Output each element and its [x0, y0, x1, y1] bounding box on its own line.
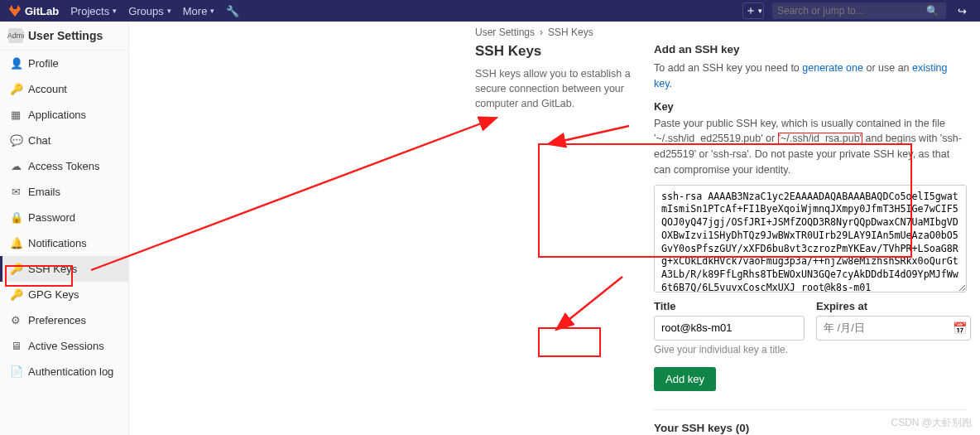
- title-label: Title: [654, 300, 805, 312]
- brand-text: GitLab: [25, 5, 59, 17]
- sidebar-item-emails[interactable]: ✉Emails: [0, 179, 128, 205]
- new-plus-button[interactable]: ＋▾: [742, 2, 764, 19]
- sidebar-item-gpg-keys[interactable]: 🔑GPG Keys: [0, 282, 128, 307]
- breadcrumb: User Settings › SSH Keys: [475, 22, 980, 43]
- breadcrumb-current: SSH Keys: [548, 27, 593, 38]
- sidebar-icon: 🔔: [10, 237, 22, 249]
- sidebar-item-active-sessions[interactable]: 🖥Active Sessions: [0, 333, 128, 359]
- sidebar-item-preferences[interactable]: ⚙Preferences: [0, 307, 128, 333]
- sidebar-item-password[interactable]: 🔒Password: [0, 205, 128, 230]
- key-help: Paste your public SSH key, which is usua…: [654, 116, 967, 178]
- sidebar-item-label: Active Sessions: [28, 340, 104, 352]
- admin-wrench-icon[interactable]: 🔧: [226, 5, 239, 17]
- search-box[interactable]: 🔍: [772, 2, 946, 19]
- title-hint: Give your individual key a title.: [654, 344, 805, 355]
- sidebar-icon: 👤: [10, 57, 22, 70]
- sidebar-item-label: GPG Keys: [28, 288, 79, 301]
- sidebar-item-profile[interactable]: 👤Profile: [0, 51, 128, 76]
- brand-logo[interactable]: GitLab: [8, 4, 59, 17]
- sidebar-icon: 🖥: [10, 340, 22, 352]
- sidebar-item-label: Notifications: [28, 237, 87, 249]
- sidebar-item-account[interactable]: 🔑Account: [0, 76, 128, 102]
- search-input[interactable]: [777, 5, 926, 17]
- sidebar-item-label: Profile: [28, 57, 59, 70]
- chevron-down-icon: ▾: [167, 7, 171, 15]
- chevron-down-icon: ▾: [113, 7, 117, 15]
- avatar: Admi: [8, 28, 23, 43]
- calendar-icon[interactable]: 📅: [953, 321, 967, 335]
- sidebar-item-access-tokens[interactable]: ☁Access Tokens: [0, 153, 128, 179]
- sidebar-icon: 🔑: [10, 83, 22, 95]
- sidebar-item-chat[interactable]: 💬Chat: [0, 128, 128, 153]
- sidebar-icon: ⚙: [10, 314, 22, 326]
- sidebar-item-label: SSH Keys: [28, 263, 77, 275]
- sidebar-item-label: Password: [28, 211, 75, 224]
- search-icon: 🔍: [926, 5, 939, 17]
- main-content: User Settings › SSH Keys SSH Keys SSH ke…: [129, 22, 980, 435]
- topnav-groups[interactable]: Groups▾: [128, 5, 171, 17]
- title-input[interactable]: [654, 316, 805, 341]
- sidebar-item-ssh-keys[interactable]: 🔑SSH Keys: [0, 256, 128, 282]
- sidebar-icon: 🔑: [10, 288, 22, 301]
- topnav-more[interactable]: More▾: [183, 5, 215, 17]
- sidebar: Admi User Settings 👤Profile🔑Account▦Appl…: [0, 22, 129, 435]
- topnav-projects[interactable]: Projects▾: [70, 5, 117, 17]
- key-label: Key: [654, 100, 967, 113]
- expires-input[interactable]: [816, 316, 971, 341]
- page-title: SSH Keys: [475, 43, 644, 60]
- sidebar-icon: 💬: [10, 134, 22, 147]
- page-desc: SSH keys allow you to establish a secure…: [475, 66, 644, 111]
- sidebar-item-label: Applications: [28, 109, 86, 121]
- sidebar-item-label: Preferences: [28, 314, 86, 326]
- sidebar-item-label: Account: [28, 83, 67, 95]
- sidebar-icon: 📄: [10, 365, 22, 378]
- add-key-heading: Add an SSH key: [654, 43, 967, 56]
- sidebar-item-authentication-log[interactable]: 📄Authentication log: [0, 359, 128, 384]
- key-textarea[interactable]: [654, 185, 967, 292]
- expires-label: Expires at: [816, 300, 967, 312]
- sidebar-item-label: Access Tokens: [28, 160, 99, 172]
- sidebar-icon: ▦: [10, 109, 22, 121]
- generate-one-link[interactable]: generate one: [802, 62, 863, 74]
- sidebar-item-label: Authentication log: [28, 365, 113, 378]
- sidebar-icon: 🔒: [10, 211, 22, 224]
- sidebar-item-label: Chat: [28, 134, 50, 147]
- sidebar-icon: ✉: [10, 186, 22, 198]
- breadcrumb-root[interactable]: User Settings: [475, 27, 535, 38]
- sidebar-item-notifications[interactable]: 🔔Notifications: [0, 230, 128, 256]
- rsa-path-highlight: '~/.ssh/id_rsa.pub': [778, 133, 862, 144]
- sidebar-title: User Settings: [28, 29, 103, 42]
- your-keys-heading: Your SSH keys (0): [654, 422, 967, 434]
- sidebar-icon: ☁: [10, 160, 22, 172]
- sidebar-item-label: Emails: [28, 186, 60, 198]
- sidebar-icon: 🔑: [10, 263, 22, 275]
- sidebar-item-applications[interactable]: ▦Applications: [0, 102, 128, 128]
- add-key-button[interactable]: Add key: [654, 367, 716, 391]
- chevron-down-icon: ▾: [210, 7, 214, 15]
- todos-icon[interactable]: ↪: [958, 5, 967, 17]
- add-key-help: To add an SSH key you need to generate o…: [654, 60, 967, 92]
